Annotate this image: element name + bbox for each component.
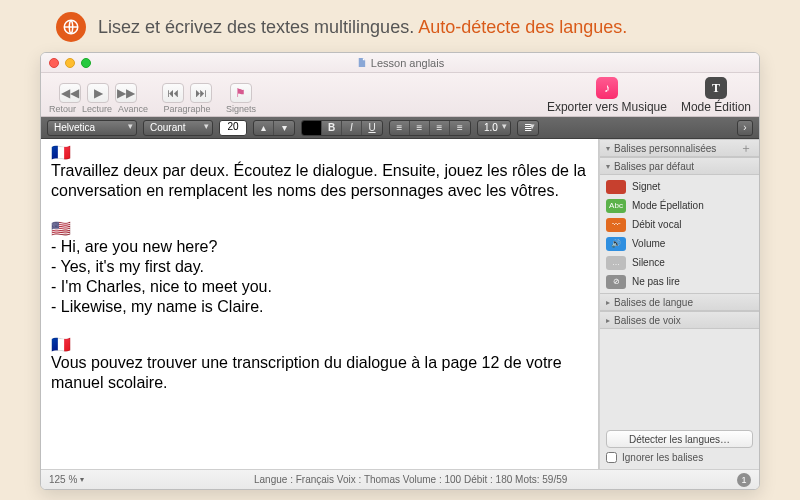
detect-languages-button[interactable]: Détecter les langues… [606, 430, 753, 448]
align-left-button[interactable]: ≡ [390, 121, 410, 135]
zoom-value: 125 % [49, 474, 77, 485]
bold-button[interactable]: B [322, 121, 342, 135]
color-picker-button[interactable] [302, 121, 322, 135]
tag-icon: 🔊 [606, 237, 626, 251]
ignore-tags-input[interactable] [606, 452, 617, 463]
disclose-icon: ▸ [606, 316, 610, 325]
tag-label: Ne pas lire [632, 276, 680, 287]
zoom-control[interactable]: 125 % ▾ [49, 474, 84, 485]
disclose-icon: ▾ [606, 144, 610, 153]
add-tag-button[interactable]: ＋ [739, 140, 753, 157]
status-info: Langue : Français Voix : Thomas Volume :… [96, 474, 725, 485]
flag-fr-icon: 🇫🇷 [51, 145, 588, 161]
tag-label: Volume [632, 238, 665, 249]
toolbar: ◀◀ ▶ ▶▶ Retour Lecture Avance ⏮ ⏭ Paragr… [41, 73, 759, 117]
toggle-sidebar-button[interactable]: › [737, 120, 753, 136]
chevron-down-icon: ▾ [80, 475, 84, 484]
bookmarks-label: Signets [226, 104, 256, 114]
bookmarks-button[interactable]: ⚑ [230, 83, 252, 103]
sidebar: ▾ Balises personnalisées ＋ ▾ Balises par… [599, 139, 759, 469]
tag-label: Signet [632, 181, 660, 192]
tag-icon: Abc [606, 199, 626, 213]
disclose-icon: ▾ [606, 162, 610, 171]
font-select[interactable]: Helvetica [47, 120, 137, 136]
font-size-stepper[interactable]: ▴▾ [253, 120, 295, 136]
edit-mode-label: Mode Édition [681, 100, 751, 114]
section-label: Balises par défaut [614, 161, 694, 172]
tag-icon [606, 180, 626, 194]
marketing-text: Lisez et écrivez des textes multilingues… [98, 17, 627, 38]
rewind-label: Retour [49, 104, 76, 114]
tag-item[interactable]: …Silence [600, 253, 759, 272]
play-button[interactable]: ▶ [87, 83, 109, 103]
section-voice-tags[interactable]: ▸ Balises de voix [600, 311, 759, 329]
status-bar: 125 % ▾ Langue : Français Voix : Thomas … [41, 469, 759, 489]
align-justify-button[interactable]: ≡ [450, 121, 470, 135]
dialogue-line-3: - I'm Charles, nice to meet you. [51, 277, 588, 297]
line-spacing-select[interactable]: 1.0 [477, 120, 511, 136]
tag-label: Débit vocal [632, 219, 681, 230]
tag-item[interactable]: 🔊Volume [600, 234, 759, 253]
dialogue-line-1: - Hi, are you new here? [51, 237, 588, 257]
paragraph-1: Travaillez deux par deux. Écoutez le dia… [51, 161, 588, 201]
ignore-tags-label: Ignorer les balises [622, 452, 703, 463]
next-paragraph-button[interactable]: ⏭ [190, 83, 212, 103]
tag-item[interactable]: Signet [600, 177, 759, 196]
section-label: Balises personnalisées [614, 143, 716, 154]
titlebar: Lesson anglais [41, 53, 759, 73]
prev-paragraph-button[interactable]: ⏮ [162, 83, 184, 103]
tag-item[interactable]: AbcMode Épellation [600, 196, 759, 215]
flag-fr-icon: 🇫🇷 [51, 337, 588, 353]
section-label: Balises de voix [614, 315, 681, 326]
tag-icon: ⊘ [606, 275, 626, 289]
window-title: Lesson anglais [371, 57, 444, 69]
tag-item[interactable]: ⊘Ne pas lire [600, 272, 759, 291]
app-window: Lesson anglais ◀◀ ▶ ▶▶ Retour Lecture Av… [40, 52, 760, 490]
forward-button[interactable]: ▶▶ [115, 83, 137, 103]
align-right-button[interactable]: ≡ [430, 121, 450, 135]
paragraph-2: Vous pouvez trouver une transcription du… [51, 353, 588, 393]
app-badge-icon [56, 12, 86, 42]
underline-button[interactable]: U [362, 121, 382, 135]
disclose-icon: ▸ [606, 298, 610, 307]
forward-label: Avance [118, 104, 148, 114]
tag-icon: … [606, 256, 626, 270]
paragraph-label: Paragraphe [163, 104, 210, 114]
section-language-tags[interactable]: ▸ Balises de langue [600, 293, 759, 311]
flag-us-icon: 🇺🇸 [51, 221, 588, 237]
section-default-tags[interactable]: ▾ Balises par défaut [600, 157, 759, 175]
dialogue-line-2: - Yes, it's my first day. [51, 257, 588, 277]
dialogue-line-4: - Likewise, my name is Claire. [51, 297, 588, 317]
tag-label: Mode Épellation [632, 200, 704, 211]
tag-item[interactable]: 〰Débit vocal [600, 215, 759, 234]
tag-label: Silence [632, 257, 665, 268]
tag-icon: 〰 [606, 218, 626, 232]
format-bar: Helvetica Courant 20 ▴▾ B I U ≡ ≡ ≡ ≡ 1.… [41, 117, 759, 139]
list-style-select[interactable]: ≣ [517, 120, 539, 136]
italic-button[interactable]: I [342, 121, 362, 135]
font-size-input[interactable]: 20 [219, 120, 247, 136]
text-editor[interactable]: 🇫🇷 Travaillez deux par deux. Écoutez le … [41, 139, 599, 469]
page-indicator[interactable]: 1 [737, 473, 751, 487]
rewind-button[interactable]: ◀◀ [59, 83, 81, 103]
edit-mode-button[interactable]: T [705, 77, 727, 99]
ignore-tags-checkbox[interactable]: Ignorer les balises [600, 452, 759, 469]
section-custom-tags[interactable]: ▾ Balises personnalisées ＋ [600, 139, 759, 157]
align-center-button[interactable]: ≡ [410, 121, 430, 135]
document-icon [356, 57, 367, 68]
export-music-label: Exporter vers Musique [547, 100, 667, 114]
play-label: Lecture [82, 104, 112, 114]
export-music-button[interactable]: ♪ [596, 77, 618, 99]
font-style-select[interactable]: Courant [143, 120, 213, 136]
section-label: Balises de langue [614, 297, 693, 308]
